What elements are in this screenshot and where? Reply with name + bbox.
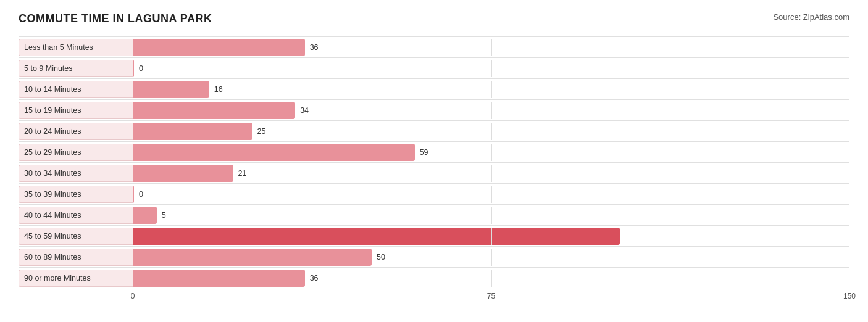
bar-label: 30 to 34 Minutes <box>19 165 133 182</box>
bar-label: 35 to 39 Minutes <box>19 186 133 203</box>
bar-row: 5 to 9 Minutes0 <box>19 57 849 78</box>
bar-row: 40 to 44 Minutes5 <box>19 204 849 225</box>
bar-fill <box>133 39 305 56</box>
bar-track: 0 <box>133 186 849 203</box>
bar-row: 45 to 59 Minutes102 <box>19 225 849 246</box>
bar-track: 36 <box>133 270 849 287</box>
bar-track: 16 <box>133 81 849 98</box>
bar-fill <box>133 81 209 98</box>
bar-row: 15 to 19 Minutes34 <box>19 99 849 120</box>
bar-row: 35 to 39 Minutes0 <box>19 183 849 204</box>
x-tick: 75 <box>487 292 495 300</box>
bar-fill <box>133 102 295 119</box>
bar-track: 25 <box>133 123 849 140</box>
bar-label: 10 to 14 Minutes <box>19 81 133 98</box>
bar-value-label: 0 <box>139 190 143 199</box>
bar-label: 40 to 44 Minutes <box>19 207 133 224</box>
bar-label: 60 to 89 Minutes <box>19 249 133 266</box>
bar-fill <box>133 144 415 161</box>
bar-track: 0 <box>133 60 849 77</box>
bar-fill <box>133 249 372 266</box>
bar-value-label: 21 <box>238 169 247 178</box>
bar-fill <box>133 228 620 245</box>
bar-row: 90 or more Minutes36 <box>19 267 849 288</box>
bar-value-label: 16 <box>214 85 223 94</box>
bar-value-label: 5 <box>162 211 166 220</box>
bar-track: 36 <box>133 39 849 56</box>
bar-value-label: 59 <box>420 148 428 157</box>
bar-label: 45 to 59 Minutes <box>19 228 133 245</box>
chart-source: Source: ZipAtlas.com <box>773 12 849 22</box>
bar-row: 60 to 89 Minutes50 <box>19 246 849 267</box>
bar-track: 102 <box>133 228 849 245</box>
bar-fill <box>133 207 157 224</box>
bar-label: 15 to 19 Minutes <box>19 102 133 119</box>
bar-value-label: 102 <box>832 232 845 241</box>
bar-track: 21 <box>133 165 849 182</box>
bar-fill <box>133 123 252 140</box>
bar-row: Less than 5 Minutes36 <box>19 36 849 57</box>
bar-row: 10 to 14 Minutes16 <box>19 78 849 99</box>
bar-row: 30 to 34 Minutes21 <box>19 162 849 183</box>
bar-label: 20 to 24 Minutes <box>19 123 133 140</box>
bar-value-label: 25 <box>257 127 266 136</box>
bar-label: 90 or more Minutes <box>19 270 133 287</box>
chart-title: COMMUTE TIME IN LAGUNA PARK <box>19 12 212 25</box>
x-axis: 075150 <box>19 292 849 304</box>
bar-value-label: 36 <box>310 274 319 283</box>
bar-fill <box>133 165 233 182</box>
bar-track: 59 <box>133 144 849 161</box>
x-axis-inner: 075150 <box>133 292 849 304</box>
bar-track: 50 <box>133 249 849 266</box>
bar-value-label: 50 <box>377 253 385 262</box>
bar-label: 5 to 9 Minutes <box>19 60 133 77</box>
bar-label: 25 to 29 Minutes <box>19 144 133 161</box>
chart-container: COMMUTE TIME IN LAGUNA PARK Source: ZipA… <box>19 12 849 304</box>
bar-value-label: 34 <box>300 106 309 115</box>
bar-row: 25 to 29 Minutes59 <box>19 141 849 162</box>
x-tick: 150 <box>843 292 856 300</box>
bar-value-label: 36 <box>310 43 319 52</box>
bar-label: Less than 5 Minutes <box>19 39 133 56</box>
bar-track: 34 <box>133 102 849 119</box>
bar-track: 5 <box>133 207 849 224</box>
chart-header: COMMUTE TIME IN LAGUNA PARK Source: ZipA… <box>19 12 849 25</box>
x-tick: 0 <box>131 292 135 300</box>
chart-area: Less than 5 Minutes365 to 9 Minutes010 t… <box>19 36 849 288</box>
bar-fill <box>133 270 305 287</box>
bar-value-label: 0 <box>139 64 143 73</box>
bar-row: 20 to 24 Minutes25 <box>19 120 849 141</box>
